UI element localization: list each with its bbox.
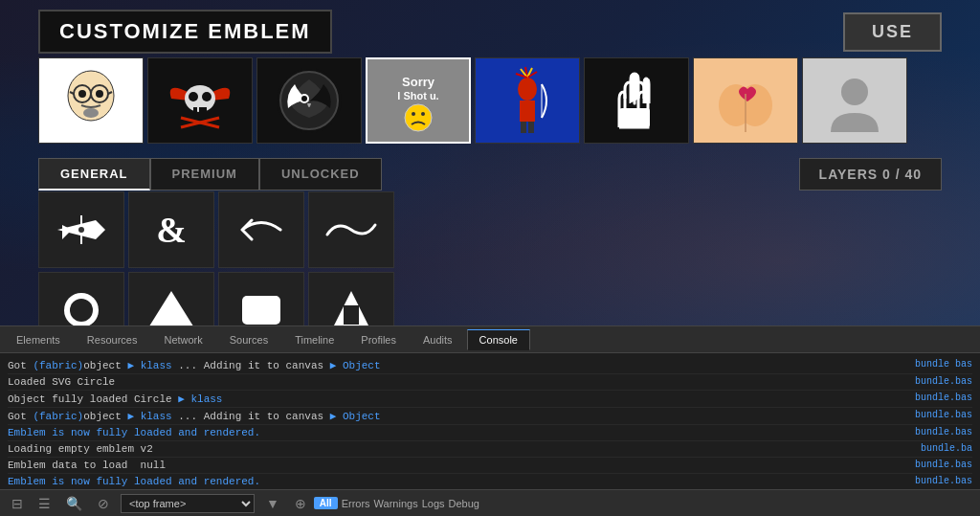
icon-ampersand[interactable]: & [128, 191, 214, 268]
shape2-svg [143, 286, 200, 325]
tab-unlocked[interactable]: UNLOCKED [259, 158, 382, 191]
icons-grid: & [38, 191, 412, 325]
bird-svg [271, 65, 347, 137]
frame-selector[interactable]: <top frame> [121, 494, 255, 513]
tab-timeline[interactable]: Timeline [282, 329, 346, 350]
filter-icon[interactable]: ⊕ [291, 494, 310, 513]
emblem-hand[interactable] [584, 57, 689, 144]
icon-shape4[interactable] [308, 272, 394, 325]
filter-debug[interactable]: Debug [449, 498, 479, 509]
console-line-0: Got (fabric)object ▶ klass ... Adding it… [8, 357, 972, 374]
svg-point-13 [189, 92, 198, 101]
devtools-search-icon[interactable]: 🔍 [62, 494, 86, 513]
tab-resources[interactable]: Resources [75, 329, 150, 350]
svg-point-28 [412, 112, 415, 116]
devtools-inspect-icon[interactable]: ☰ [34, 494, 55, 513]
tabs-row: GENERAL PREMIUM UNLOCKED [38, 158, 382, 191]
filter-warnings[interactable]: Warnings [374, 498, 418, 509]
tab-network[interactable]: Network [151, 329, 214, 350]
emblem-walter[interactable] [38, 57, 144, 144]
filter-errors[interactable]: Errors [342, 498, 370, 509]
svg-point-31 [518, 78, 537, 101]
svg-rect-56 [242, 296, 280, 325]
svg-point-8 [96, 90, 103, 98]
arrow-svg [233, 206, 290, 254]
devtools-bottom-bar: ⊟ ☰ 🔍 ⊘ <top frame> ▼ ⊕ All Errors Warni… [0, 489, 980, 516]
tab-general[interactable]: GENERAL [38, 158, 150, 191]
svg-marker-55 [147, 291, 195, 325]
walter-svg [53, 65, 129, 137]
icon-shape2[interactable] [128, 272, 214, 325]
emblem-bird[interactable] [256, 57, 362, 144]
wave-svg [323, 206, 380, 254]
svg-rect-38 [521, 122, 526, 133]
filter-logs[interactable]: Logs [422, 498, 445, 509]
svg-text:I Shot u.: I Shot u. [397, 90, 438, 101]
game-area: CUSTOMIZE EMBLEM USE [0, 0, 980, 325]
icon-arrow-back[interactable] [218, 191, 304, 268]
console-content: Got (fabric)object ▶ klass ... Adding it… [0, 353, 980, 489]
tab-elements[interactable]: Elements [4, 329, 73, 350]
butt-svg [707, 65, 784, 137]
devtools-dock-icon[interactable]: ⊟ [8, 494, 27, 513]
emblem-placeholder[interactable] [802, 57, 907, 144]
console-line-1: Loaded SVG Circle bundle.bas [8, 374, 972, 391]
devtools-settings-icon[interactable]: ⊘ [94, 494, 113, 513]
svg-point-29 [421, 112, 425, 116]
svg-rect-16 [199, 107, 203, 113]
svg-rect-37 [520, 101, 535, 122]
svg-text:&: & [156, 210, 187, 250]
hand-svg [598, 65, 675, 137]
svg-point-49 [78, 227, 84, 233]
use-button[interactable]: USE [843, 12, 942, 52]
native-svg [489, 65, 566, 137]
svg-rect-17 [203, 107, 207, 113]
tab-console[interactable]: Console [467, 329, 530, 350]
shape4-svg [323, 286, 380, 325]
emblem-butt[interactable] [693, 57, 798, 144]
shape3-svg [233, 286, 290, 325]
svg-text:Sorry: Sorry [402, 75, 435, 89]
svg-point-14 [202, 92, 212, 101]
circle-icon-svg [53, 286, 110, 325]
emblem-sorry[interactable]: Sorry I Shot u. [366, 57, 471, 144]
console-line-3: Got (fabric)object ▶ klass ... Adding it… [8, 408, 972, 425]
tab-premium[interactable]: PREMIUM [150, 158, 259, 191]
sorry-svg: Sorry I Shot u. [380, 65, 457, 137]
layers-counter: LAYERS 0 / 40 [799, 158, 942, 191]
svg-rect-42 [619, 108, 650, 127]
emblem-strip: Sorry I Shot u. [38, 57, 942, 144]
emblem-native[interactable] [475, 57, 580, 144]
title-bar: CUSTOMIZE EMBLEM USE [38, 10, 942, 54]
all-filter-badge[interactable]: All [314, 497, 338, 509]
jet-icon [53, 206, 110, 254]
console-line-7: Emblem is now fully loaded and rendered.… [8, 474, 972, 489]
tab-audits[interactable]: Audits [411, 329, 465, 350]
tab-profiles[interactable]: Profiles [348, 329, 409, 350]
console-line-5: Loading empty emblem v2 bundle.ba [8, 441, 972, 458]
skull-svg [162, 65, 238, 137]
svg-rect-15 [193, 107, 197, 113]
devtools-tabs: Elements Resources Network Sources Timel… [0, 326, 980, 353]
placeholder-svg [816, 65, 893, 137]
page-title: CUSTOMIZE EMBLEM [59, 19, 311, 43]
svg-point-9 [83, 108, 99, 118]
devtools-panel: Elements Resources Network Sources Timel… [0, 325, 980, 516]
svg-point-54 [70, 299, 93, 322]
svg-point-48 [841, 79, 868, 105]
console-line-6: Emblem data to load null bundle.bas [8, 458, 972, 474]
title-box: CUSTOMIZE EMBLEM [38, 10, 332, 54]
emblem-skull[interactable] [147, 57, 253, 144]
filter-bar: ⊕ All Errors Warnings Logs Debug [291, 494, 972, 513]
icon-jet[interactable] [38, 191, 124, 268]
frame-dropdown-icon[interactable]: ▼ [262, 494, 283, 513]
icon-circle[interactable] [38, 272, 124, 325]
svg-point-23 [301, 96, 307, 101]
console-line-4: Emblem is now fully loaded and rendered.… [8, 425, 972, 441]
icon-shape3[interactable] [218, 272, 304, 325]
ampersand-svg: & [143, 206, 200, 254]
icon-wave[interactable] [308, 191, 394, 268]
svg-rect-57 [344, 305, 359, 325]
tab-sources[interactable]: Sources [217, 329, 280, 350]
console-line-2: Object fully loaded Circle ▶ klass bundl… [8, 391, 972, 408]
